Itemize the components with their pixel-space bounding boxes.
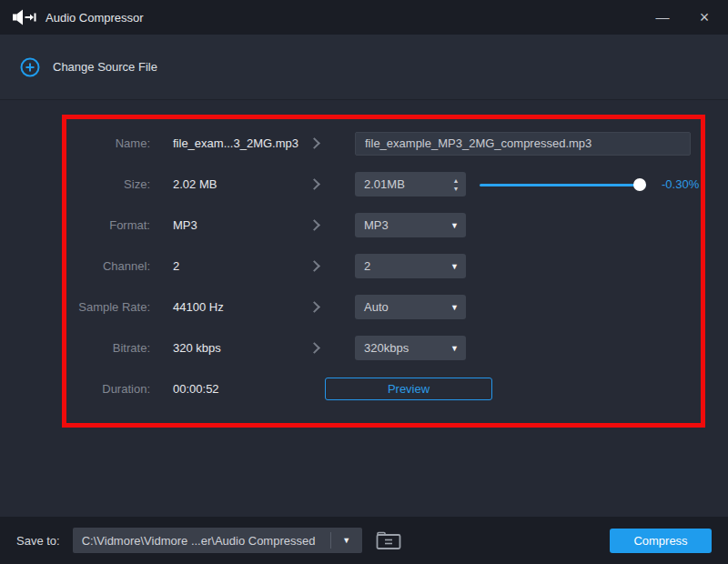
minimize-button[interactable]: —: [652, 9, 673, 25]
format-dropdown[interactable]: MP3 ▼: [355, 213, 466, 237]
size-label: Size:: [66, 177, 150, 191]
browse-folder-button[interactable]: [374, 528, 403, 553]
name-row: Name: file_exam...3_2MG.mp3: [66, 123, 701, 164]
bitrate-label: Bitrate:: [66, 341, 150, 355]
chevron-right-icon: [308, 219, 320, 231]
spinner-down-icon[interactable]: ▼: [453, 186, 460, 192]
chevron-right-icon: [308, 137, 320, 149]
window-title: Audio Compressor: [46, 11, 144, 25]
chevron-right-icon: [308, 342, 320, 354]
chevron-right-icon: [308, 301, 320, 313]
channel-dropdown[interactable]: 2 ▼: [355, 254, 466, 278]
size-value: 2.02 MB: [150, 177, 296, 191]
save-path-box: ▼: [73, 528, 362, 553]
sample-rate-row: Sample Rate: 44100 Hz Auto ▼: [66, 287, 701, 327]
dropdown-arrow-icon: ▼: [450, 344, 459, 353]
dropdown-arrow-icon: ▼: [450, 303, 459, 312]
channel-value: 2: [150, 259, 296, 273]
size-spinner: ▲ ▼: [355, 172, 466, 196]
name-label: Name:: [66, 136, 150, 150]
audio-compressor-window: Audio Compressor — × Change Source File …: [0, 0, 728, 564]
duration-label: Duration:: [66, 382, 150, 396]
format-dropdown-value: MP3: [364, 218, 450, 232]
slider-track[interactable]: [480, 184, 646, 186]
size-slider[interactable]: [480, 178, 646, 191]
path-dropdown-arrow-icon[interactable]: ▼: [331, 536, 362, 545]
bitrate-row: Bitrate: 320 kbps 320kbps ▼: [66, 327, 701, 368]
channel-row: Channel: 2 2 ▼: [66, 246, 701, 287]
compression-percent: -0.30%: [662, 177, 699, 191]
name-value: file_exam...3_2MG.mp3: [150, 136, 296, 150]
chevron-right-icon: [308, 178, 320, 190]
sample-rate-label: Sample Rate:: [66, 300, 150, 314]
close-button[interactable]: ×: [693, 9, 715, 25]
footer-bar: Save to: ▼ Compress: [0, 517, 728, 564]
dropdown-arrow-icon: ▼: [450, 262, 459, 271]
size-row: Size: 2.02 MB ▲ ▼: [66, 164, 701, 205]
speaker-compress-icon: [13, 9, 36, 25]
output-name-input[interactable]: [355, 132, 691, 156]
change-source-file-button[interactable]: Change Source File: [53, 60, 157, 74]
format-row: Format: MP3 MP3 ▼: [66, 205, 701, 246]
bitrate-dropdown-value: 320kbps: [364, 341, 450, 355]
settings-panel-highlighted: Name: file_exam...3_2MG.mp3 Size: 2.02 M…: [62, 115, 705, 428]
preview-button[interactable]: Preview: [325, 378, 492, 400]
sample-rate-dropdown[interactable]: Auto ▼: [355, 295, 466, 319]
save-to-label: Save to:: [16, 534, 60, 548]
sample-rate-dropdown-value: Auto: [364, 300, 450, 314]
folder-icon: [376, 530, 401, 550]
save-path-input[interactable]: [73, 534, 330, 548]
title-bar: Audio Compressor — ×: [0, 0, 728, 35]
spinner-up-icon[interactable]: ▲: [453, 177, 460, 184]
compress-button[interactable]: Compress: [610, 529, 712, 553]
header-bar: Change Source File: [0, 35, 728, 100]
chevron-right-icon: [308, 260, 320, 272]
sample-rate-value: 44100 Hz: [150, 300, 296, 314]
main-area: Name: file_exam...3_2MG.mp3 Size: 2.02 M…: [0, 101, 728, 517]
bitrate-dropdown[interactable]: 320kbps ▼: [355, 336, 466, 360]
channel-label: Channel:: [66, 259, 150, 273]
bitrate-value: 320 kbps: [150, 341, 296, 355]
format-label: Format:: [66, 218, 150, 232]
size-input[interactable]: [355, 177, 446, 191]
channel-dropdown-value: 2: [364, 259, 450, 273]
add-plus-icon: [20, 57, 40, 77]
duration-row: Duration: 00:00:52 Preview: [66, 368, 701, 409]
slider-handle[interactable]: [633, 178, 646, 191]
duration-value: 00:00:52: [150, 382, 296, 396]
dropdown-arrow-icon: ▼: [450, 221, 459, 230]
format-value: MP3: [150, 218, 296, 232]
